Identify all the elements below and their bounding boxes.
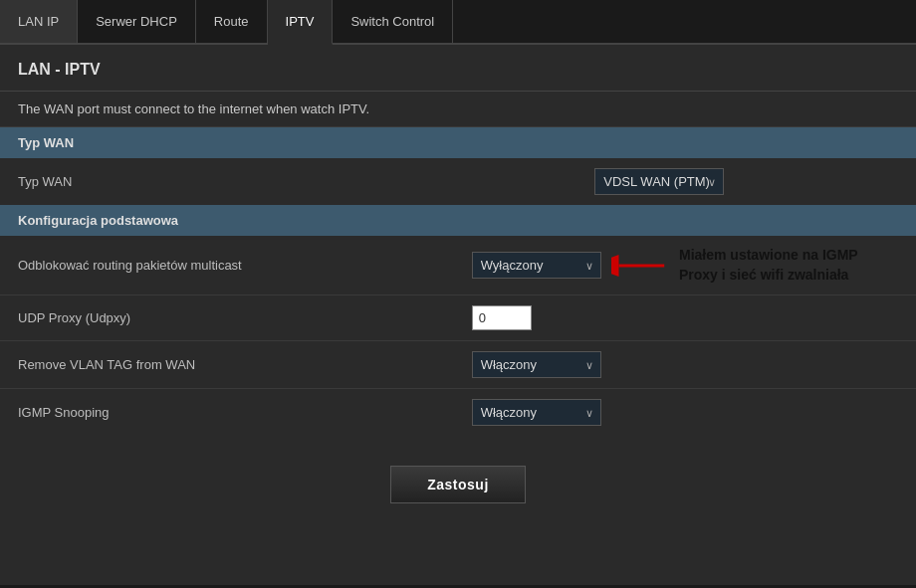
main-content: LAN - IPTV The WAN port must connect to … <box>0 45 916 585</box>
tab-serwer-dhcp[interactable]: Serwer DHCP <box>78 0 196 43</box>
igmp-snooping-label: IGMP Snooping <box>0 389 454 437</box>
konfiguracja-table: Odblokować routing pakietów multicast Wy… <box>0 236 916 436</box>
tab-bar: LAN IP Serwer DHCP Route IPTV Switch Con… <box>0 0 916 45</box>
table-row: Typ WAN VDSL WAN (PTM) ADSL WAN Ethernet… <box>0 158 916 205</box>
multicast-select-wrapper: Wyłączony Włączony IGMP Proxy <box>472 252 601 279</box>
typ-wan-label: Typ WAN <box>0 158 576 205</box>
typ-wan-select[interactable]: VDSL WAN (PTM) ADSL WAN Ethernet WAN <box>594 168 724 195</box>
typ-wan-cell: VDSL WAN (PTM) ADSL WAN Ethernet WAN <box>576 158 916 205</box>
tab-switch-control[interactable]: Switch Control <box>333 0 453 43</box>
annotation-text: Miałem ustawione na IGMP Proxy i sieć wi… <box>679 246 898 285</box>
section-header-konfiguracja: Konfiguracja podstawowa <box>0 205 916 236</box>
remove-vlan-label: Remove VLAN TAG from WAN <box>0 341 454 389</box>
multicast-row-annotation: Wyłączony Włączony IGMP Proxy <box>472 246 898 285</box>
tab-iptv[interactable]: IPTV <box>268 0 334 45</box>
tab-route[interactable]: Route <box>196 0 268 43</box>
typ-wan-select-wrapper: VDSL WAN (PTM) ADSL WAN Ethernet WAN <box>594 168 724 195</box>
multicast-label: Odblokować routing pakietów multicast <box>0 236 454 295</box>
igmp-snooping-select[interactable]: Włączony Wyłączony <box>472 399 601 426</box>
multicast-cell: Wyłączony Włączony IGMP Proxy <box>454 236 916 295</box>
remove-vlan-cell: Włączony Wyłączony <box>454 341 916 389</box>
udp-proxy-cell <box>454 295 916 341</box>
table-row: IGMP Snooping Włączony Wyłączony <box>0 389 916 437</box>
table-row: Remove VLAN TAG from WAN Włączony Wyłącz… <box>0 341 916 389</box>
igmp-snooping-cell: Włączony Wyłączony <box>454 389 916 437</box>
table-row: Odblokować routing pakietów multicast Wy… <box>0 236 916 295</box>
typ-wan-table: Typ WAN VDSL WAN (PTM) ADSL WAN Ethernet… <box>0 158 916 205</box>
udp-proxy-label: UDP Proxy (Udpxy) <box>0 295 454 341</box>
page-title: LAN - IPTV <box>0 45 916 92</box>
tab-lan-ip[interactable]: LAN IP <box>0 0 78 43</box>
table-row: UDP Proxy (Udpxy) <box>0 295 916 341</box>
igmp-snooping-select-wrapper: Włączony Wyłączony <box>472 399 601 426</box>
apply-button[interactable]: Zastosuj <box>390 466 526 503</box>
multicast-select[interactable]: Wyłączony Włączony IGMP Proxy <box>472 252 601 279</box>
udp-proxy-input[interactable] <box>472 305 532 330</box>
button-area: Zastosuj <box>0 446 916 523</box>
remove-vlan-select[interactable]: Włączony Wyłączony <box>472 351 601 378</box>
red-arrow-icon <box>611 247 667 285</box>
remove-vlan-select-wrapper: Włączony Wyłączony <box>472 351 601 378</box>
arrow-annotation: Miałem ustawione na IGMP Proxy i sieć wi… <box>611 246 898 285</box>
section-header-typ-wan: Typ WAN <box>0 127 916 158</box>
page-description: The WAN port must connect to the interne… <box>0 92 916 127</box>
